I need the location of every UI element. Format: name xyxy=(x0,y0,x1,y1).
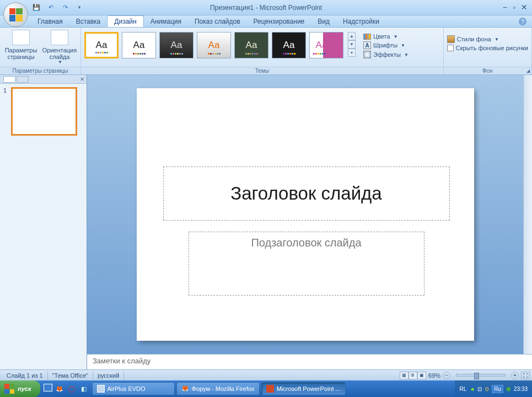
ql-opera-icon[interactable]: ◯ xyxy=(67,384,77,394)
slide: Заголовок слайда Подзаголовок слайда xyxy=(137,88,474,341)
taskbar-app-2[interactable]: 🦊Форум - Mozilla Firefox xyxy=(176,382,260,395)
sorter-view-button[interactable]: ⊞ xyxy=(409,372,417,379)
tab-slideshow[interactable]: Показ слайдов xyxy=(188,16,247,27)
theme-5[interactable]: Aa xyxy=(234,32,268,58)
restore-button[interactable]: ▫ xyxy=(513,3,515,12)
slide-thumbnail-1[interactable]: 1 xyxy=(3,87,83,136)
fonts-icon: A xyxy=(363,41,371,49)
tab-addins[interactable]: Надстройки xyxy=(336,16,386,27)
orientation-icon xyxy=(51,30,68,45)
bg-dialog-launcher[interactable]: ◢ xyxy=(526,68,530,73)
zoom-slider[interactable] xyxy=(456,374,506,377)
page-setup-icon xyxy=(12,30,30,45)
tray-icon-2[interactable]: ⊡ xyxy=(477,386,482,392)
notes-pane[interactable]: Заметки к слайду xyxy=(87,354,532,369)
statusbar: Слайд 1 из 1 "Тема Office" русский ▦ ⊞ ▣… xyxy=(0,369,532,380)
slide-canvas[interactable]: Заголовок слайда Подзаголовок слайда xyxy=(87,75,523,354)
background-styles-button[interactable]: Стили фона▼ xyxy=(447,35,528,43)
tab-animation[interactable]: Анимация xyxy=(144,16,188,27)
system-tray: RL ◄ ⊡ ⊙ Ru ⬢ 23:33 xyxy=(455,380,532,397)
subtitle-placeholder[interactable]: Подзаголовок слайда xyxy=(189,232,424,296)
thumbnails-tab[interactable] xyxy=(3,76,15,83)
help-icon[interactable]: ? xyxy=(519,18,526,25)
group-label-themes: Темы xyxy=(81,67,443,74)
bg-style-icon xyxy=(447,35,455,43)
group-page-setup: Параметры страницы Ориентация слайда▼ Па… xyxy=(0,28,81,74)
status-slide-count: Слайд 1 из 1 xyxy=(2,371,48,380)
status-language[interactable]: русский xyxy=(93,371,124,380)
colors-button[interactable]: Цвета▼ xyxy=(363,33,409,40)
tray-icon-3[interactable]: ⊙ xyxy=(485,386,489,392)
ribbon: Параметры страницы Ориентация слайда▼ Па… xyxy=(0,28,532,75)
hide-bg-graphics-checkbox[interactable]: Скрыть фоновые рисунки xyxy=(447,45,528,51)
zoom-percent[interactable]: 69% xyxy=(428,372,440,379)
slide-orientation-button[interactable]: Ориентация слайда▼ xyxy=(42,30,77,65)
powerpoint-icon xyxy=(266,385,274,393)
firefox-icon: 🦊 xyxy=(181,385,189,393)
office-logo-icon xyxy=(9,8,23,22)
group-background: Стили фона▼ Скрыть фоновые рисунки Фон◢ xyxy=(444,28,532,74)
vertical-scrollbar[interactable] xyxy=(523,75,532,354)
theme-4[interactable]: Aa xyxy=(197,32,231,58)
close-button[interactable]: ✕ xyxy=(521,3,528,12)
normal-view-button[interactable]: ▦ xyxy=(400,372,409,379)
windows-logo-icon xyxy=(4,384,14,394)
theme-office[interactable]: Aa xyxy=(84,32,119,58)
effects-icon xyxy=(363,51,371,58)
close-pane-icon[interactable]: ✕ xyxy=(80,76,84,82)
group-themes: Aa Aa Aa Aa Aa Aa Aa ▲▼▾ Цвета▼ AШрифты▼… xyxy=(81,28,444,74)
lang-indicator[interactable]: RL xyxy=(459,386,466,392)
taskbar-app-3[interactable]: Microsoft PowerPoint ... xyxy=(261,382,346,395)
clock[interactable]: 23:33 xyxy=(514,386,528,392)
taskbar: пуск 🦊 ◯ ◧ AirPlus EVDO 🦊Форум - Mozilla… xyxy=(0,380,532,397)
titlebar: 💾 ↶ ↷ ▼ Презентация1 - Microsoft PowerPo… xyxy=(0,0,532,15)
quick-access-toolbar: 💾 ↶ ↷ ▼ xyxy=(32,3,84,12)
tab-review[interactable]: Рецензирование xyxy=(247,16,311,27)
zoom-out-button[interactable]: − xyxy=(443,372,450,379)
tray-icon-1[interactable]: ◄ xyxy=(469,386,475,392)
tab-insert[interactable]: Вставка xyxy=(69,16,108,27)
checkbox-icon xyxy=(447,45,454,51)
ribbon-tabs: Главная Вставка Дизайн Анимация Показ сл… xyxy=(0,15,532,28)
ql-other-icon[interactable]: ◧ xyxy=(79,384,89,394)
app-icon xyxy=(97,385,105,393)
tab-design[interactable]: Дизайн xyxy=(107,15,143,27)
status-theme: "Тема Office" xyxy=(48,371,93,380)
save-icon[interactable]: 💾 xyxy=(32,3,41,12)
theme-gallery-more[interactable]: ▲▼▾ xyxy=(348,32,356,57)
theme-7[interactable]: Aa xyxy=(309,32,343,58)
fonts-button[interactable]: AШрифты▼ xyxy=(363,41,409,49)
tab-view[interactable]: Вид xyxy=(311,16,336,27)
colors-icon xyxy=(363,34,371,40)
page-setup-button[interactable]: Параметры страницы xyxy=(3,30,39,60)
group-label-bg: Фон◢ xyxy=(444,67,531,74)
fit-to-window-button[interactable]: ⛶ xyxy=(521,372,530,379)
redo-icon[interactable]: ↷ xyxy=(61,3,69,12)
tab-home[interactable]: Главная xyxy=(31,16,69,27)
ql-desktop-icon[interactable] xyxy=(44,384,52,391)
window-title: Презентация1 - Microsoft PowerPoint xyxy=(210,4,322,12)
taskbar-app-1[interactable]: AirPlus EVDO xyxy=(92,382,175,395)
start-button[interactable]: пуск xyxy=(0,380,40,397)
thumb-number: 1 xyxy=(3,87,8,136)
tray-icon-4[interactable]: ⬢ xyxy=(506,386,511,392)
theme-6[interactable]: Aa xyxy=(272,32,306,58)
effects-button[interactable]: Эффекты▼ xyxy=(363,51,409,58)
group-label-page: Параметры страницы xyxy=(0,67,80,74)
theme-2[interactable]: Aa xyxy=(122,32,156,58)
outline-tab[interactable] xyxy=(17,76,29,83)
office-button[interactable] xyxy=(3,2,28,27)
slideshow-view-button[interactable]: ▣ xyxy=(417,372,426,379)
title-placeholder[interactable]: Заголовок слайда xyxy=(163,167,450,221)
thumb-preview xyxy=(11,87,77,136)
minimize-button[interactable]: − xyxy=(503,3,507,12)
qat-customize-icon[interactable]: ▼ xyxy=(75,3,84,12)
theme-3[interactable]: Aa xyxy=(159,32,194,58)
lang-indicator-2[interactable]: Ru xyxy=(492,385,503,393)
zoom-in-button[interactable]: + xyxy=(511,372,519,379)
slide-thumbnails-pane: ✕ 1 xyxy=(0,75,87,369)
ql-firefox-icon[interactable]: 🦊 xyxy=(55,384,65,394)
undo-icon[interactable]: ↶ xyxy=(46,3,55,12)
